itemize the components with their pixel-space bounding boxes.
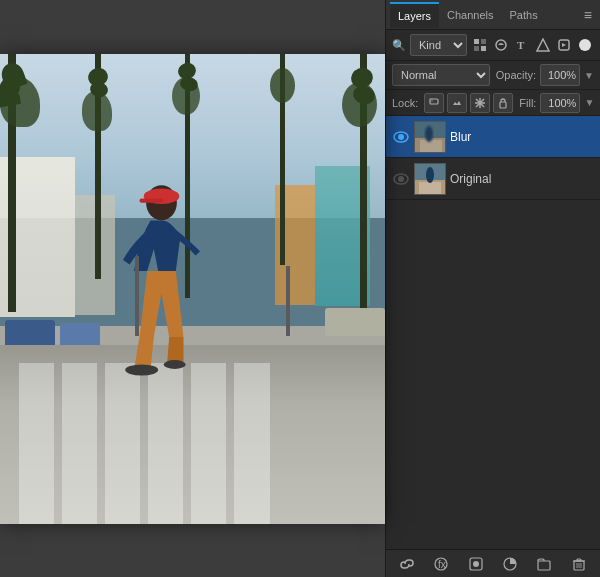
tab-paths[interactable]: Paths [502,3,546,27]
shape-filter-icon[interactable] [534,36,552,54]
svg-rect-31 [419,182,441,194]
svg-text:T: T [517,39,525,51]
car-right [325,308,385,336]
svg-marker-12 [537,39,549,51]
opacity-label: Opacity: [496,69,536,81]
lock-position-button[interactable] [470,93,490,113]
kind-icons: T [471,36,594,54]
lock-image-button[interactable] [447,93,467,113]
type-filter-icon[interactable]: T [513,36,531,54]
svg-point-26 [425,126,433,142]
palm-foliage-3 [172,77,200,115]
create-group-button[interactable] [533,553,555,575]
filter-dot-icon [576,36,594,54]
add-mask-button[interactable] [465,553,487,575]
add-style-button[interactable]: fx [430,553,452,575]
kind-row: 🔍 Kind T [386,30,600,61]
pixel-filter-icon[interactable] [471,36,489,54]
blend-mode-select[interactable]: Normal [392,64,490,86]
layers-list: Blur Original [386,116,600,549]
person-silhouette [96,172,216,392]
canvas-wrapper [0,54,385,524]
fill-row: Fill: ▼ [519,93,594,113]
tab-layers[interactable]: Layers [390,2,439,28]
street-light-2 [286,266,290,336]
svg-text:fx: fx [438,559,446,570]
svg-rect-6 [474,39,479,44]
tab-channels[interactable]: Channels [439,3,501,27]
lock-all-button[interactable] [493,93,513,113]
layer-thumbnail-original [414,163,446,195]
svg-rect-20 [500,102,506,108]
layer-item-original[interactable]: Original [386,158,600,200]
layers-tabs: Layers Channels Paths ≡ [386,0,600,30]
smart-object-filter-icon[interactable] [555,36,573,54]
layer-name-blur: Blur [450,130,594,144]
layer-visibility-blur[interactable] [392,128,410,146]
fill-label: Fill: [519,97,536,109]
main-area: Layers Channels Paths ≡ 🔍 Kind [0,0,600,577]
svg-point-5 [164,360,186,369]
lock-row: Lock: Fill: [386,90,600,116]
layer-thumbnail-blur [414,121,446,153]
svg-rect-9 [481,46,486,51]
svg-point-4 [125,364,158,375]
palm-foliage-1 [0,77,40,127]
opacity-input[interactable] [540,64,580,86]
opacity-chevron[interactable]: ▼ [584,70,594,81]
palm-foliage-5 [270,68,295,103]
blend-opacity-row: Normal Opacity: ▼ [386,61,600,90]
layer-item-blur[interactable]: Blur [386,116,600,158]
svg-rect-38 [538,561,550,570]
layer-visibility-original[interactable] [392,170,410,188]
svg-point-32 [426,167,434,183]
car-left-2 [60,323,100,345]
opacity-row: Opacity: ▼ [496,64,594,86]
svg-rect-25 [420,140,442,152]
lock-label: Lock: [392,97,418,109]
svg-rect-41 [577,559,581,561]
fill-chevron[interactable]: ▼ [584,97,594,108]
svg-rect-15 [429,98,433,102]
canvas-area [0,0,385,577]
svg-rect-3 [140,198,164,202]
svg-point-36 [473,561,479,567]
lock-pixels-button[interactable] [424,93,444,113]
search-icon-label: 🔍 [392,39,406,52]
layer-name-original: Original [450,172,594,186]
layers-panel: Layers Channels Paths ≡ 🔍 Kind [385,0,600,577]
kind-select[interactable]: Kind [410,34,467,56]
link-layers-button[interactable] [396,553,418,575]
svg-rect-8 [474,46,479,51]
adjustment-filter-icon[interactable] [492,36,510,54]
delete-layer-button[interactable] [568,553,590,575]
svg-point-28 [398,176,404,182]
layers-bottom-toolbar: fx [386,549,600,577]
canvas-image [0,54,385,524]
palm-foliage-2 [82,91,112,131]
svg-rect-7 [481,39,486,44]
fill-input[interactable] [540,93,580,113]
street-light-1 [135,256,139,336]
svg-point-22 [398,134,404,140]
car-left [5,320,55,345]
panel-menu-icon[interactable]: ≡ [580,7,596,23]
lock-icons [424,93,513,113]
palm-foliage-4 [342,82,377,127]
create-adjustment-button[interactable] [499,553,521,575]
